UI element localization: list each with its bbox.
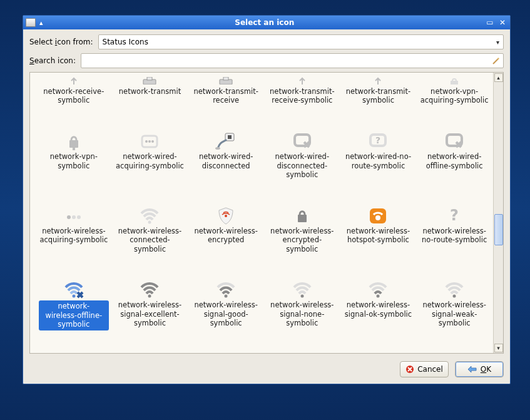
icon-cell-network-vpn-symbolic[interactable]: network-vpn-symbolic [36, 131, 111, 200]
vertical-scrollbar[interactable]: ▴ ▾ [493, 73, 503, 353]
icon-cell-network-transmit-receive[interactable]: network-transmit-receive [188, 75, 263, 125]
window-close-icon[interactable]: ✕ [497, 18, 507, 27]
icon-cell-network-wireless-encrypted[interactable]: network-wireless-encrypted [188, 206, 263, 274]
network-wired-acquiring-symbolic-icon [138, 133, 161, 150]
icon-category-combo[interactable]: Status Icons ▾ [98, 34, 504, 49]
dialog-content: Select icon from: Status Icons ▾ Search … [23, 29, 510, 384]
icon-cell-network-transmit[interactable]: network-transmit [113, 75, 188, 125]
window-rollup-icon[interactable]: ▴ [38, 19, 44, 27]
svg-point-28 [148, 295, 151, 298]
icon-label: network-transmit-receive [191, 87, 261, 105]
network-transmit-symbolic-icon [367, 76, 389, 85]
network-wired-disconnected-icon [215, 133, 237, 150]
svg-point-22 [225, 215, 227, 217]
search-label: Search icon: [29, 56, 76, 65]
icon-label: network-wireless-hotspot-symbolic [343, 227, 413, 245]
window-maximize-icon[interactable]: ▭ [485, 18, 495, 27]
icon-label: network-wireless-offline-symbolic [39, 300, 109, 330]
svg-point-27 [72, 295, 75, 298]
svg-rect-4 [451, 81, 458, 85]
icon-label: network-wireless-encrypted-symbolic [267, 227, 337, 254]
dialog-buttons: Cancel OK [29, 357, 504, 377]
network-wireless-signal-none-symbolic-icon [291, 281, 313, 299]
network-receive-symbolic-icon [63, 76, 85, 85]
svg-point-13 [215, 147, 220, 150]
svg-point-20 [77, 215, 81, 219]
ok-button[interactable]: OK [455, 361, 504, 377]
svg-point-8 [145, 140, 148, 143]
icon-cell-network-receive-symbolic[interactable]: network-receive-symbolic [36, 75, 111, 125]
svg-text:?: ? [450, 208, 459, 224]
clear-search-icon[interactable] [492, 56, 501, 65]
icon-cell-network-wireless-acquiring-symbolic[interactable]: network-wireless-acquiring-symbolic [36, 206, 111, 274]
icon-cell-network-wireless-signal-good-symbolic[interactable]: network-wireless-signal-good-symbolic [188, 280, 263, 351]
scroll-thumb[interactable] [494, 214, 503, 245]
icon-picker-dialog: ▴ Select an icon ▭ ✕ Select icon from: S… [23, 15, 511, 384]
scroll-down-icon[interactable]: ▾ [494, 344, 503, 352]
window-title: Select an icon [47, 18, 482, 27]
titlebar[interactable]: ▴ Select an icon ▭ ✕ [23, 16, 510, 29]
icon-label: network-transmit [119, 87, 181, 96]
icon-cell-network-transmit-symbolic[interactable]: network-transmit-symbolic [341, 75, 416, 125]
icon-label: network-wireless-signal-weak-symbolic [419, 300, 489, 327]
icon-label: network-transmit-receive-symbolic [267, 87, 337, 105]
cancel-button[interactable]: Cancel [400, 361, 449, 377]
icon-label: network-wireless-acquiring-symbolic [39, 227, 109, 245]
search-row: Search icon: [29, 53, 504, 68]
icon-cell-network-wireless-offline-symbolic[interactable]: network-wireless-offline-symbolic [36, 280, 111, 351]
svg-rect-5 [69, 140, 78, 148]
icon-cell-network-wired-offline-symbolic[interactable]: network-wired-offline-symbolic [417, 131, 492, 200]
svg-point-9 [148, 140, 151, 143]
icon-cell-network-wireless-encrypted-symbolic[interactable]: network-wireless-encrypted-symbolic [265, 206, 340, 274]
icon-cell-network-wireless-hotspot-symbolic[interactable]: network-wireless-hotspot-symbolic [341, 206, 416, 274]
icon-label: network-wired-offline-symbolic [419, 152, 489, 170]
network-wireless-signal-ok-symbolic-icon [367, 281, 389, 299]
icon-cell-network-transmit-receive-symbolic[interactable]: network-transmit-receive-symbolic [265, 75, 340, 125]
icon-label: network-receive-symbolic [39, 87, 109, 105]
icon-grid-frame: network-receive-symbolicnetwork-transmit… [29, 72, 504, 354]
network-wireless-encrypted-icon [215, 207, 237, 225]
icon-cell-network-wired-no-route-symbolic[interactable]: ?network-wired-no-route-symbolic [341, 131, 416, 200]
icon-cell-network-wired-disconnected-symbolic[interactable]: network-wired-disconnected-symbolic [265, 131, 340, 200]
icon-label: network-wired-acquiring-symbolic [115, 152, 185, 170]
network-wireless-signal-good-symbolic-icon [215, 281, 237, 299]
network-wired-disconnected-symbolic-icon [291, 133, 313, 150]
cancel-label: Cancel [417, 365, 443, 374]
icon-cell-network-wireless-signal-none-symbolic[interactable]: network-wireless-signal-none-symbolic [265, 280, 340, 351]
scroll-up-icon[interactable]: ▴ [494, 73, 503, 82]
icon-label: network-wireless-no-route-symbolic [419, 227, 489, 245]
icon-cell-network-wired-acquiring-symbolic[interactable]: network-wired-acquiring-symbolic [113, 131, 188, 200]
icon-cell-network-wireless-signal-excellent-symbolic[interactable]: network-wireless-signal-excellent-symbol… [113, 280, 188, 351]
icon-cell-network-wireless-no-route-symbolic[interactable]: ?network-wireless-no-route-symbolic [417, 206, 492, 274]
svg-point-10 [151, 140, 154, 143]
ok-label: OK [481, 365, 491, 374]
network-wireless-acquiring-symbolic-icon [63, 207, 85, 225]
network-wireless-signal-weak-symbolic-icon [443, 281, 466, 299]
svg-point-31 [377, 295, 380, 298]
icon-cell-network-wireless-signal-weak-symbolic[interactable]: network-wireless-signal-weak-symbolic [417, 280, 492, 351]
network-wireless-signal-excellent-symbolic-icon [138, 281, 161, 299]
network-wireless-hotspot-symbolic-icon [367, 207, 389, 225]
icon-cell-network-wireless-connected-symbolic[interactable]: network-wireless-connected-symbolic [113, 206, 188, 274]
svg-text:?: ? [375, 135, 380, 145]
icon-cell-network-wired-disconnected[interactable]: network-wired-disconnected [188, 131, 263, 200]
chevron-down-icon: ▾ [496, 39, 499, 46]
network-transmit-icon [138, 76, 161, 85]
svg-rect-3 [223, 77, 228, 80]
icon-label: network-wired-disconnected-symbolic [267, 152, 337, 179]
network-wireless-connected-symbolic-icon [138, 207, 161, 225]
cancel-icon [405, 365, 414, 374]
network-wireless-no-route-symbolic-icon: ? [443, 207, 466, 225]
network-transmit-receive-symbolic-icon [291, 76, 313, 85]
icon-cell-network-vpn-acquiring-symbolic[interactable]: network-vpn-acquiring-symbolic [417, 75, 492, 125]
icon-cell-network-wireless-signal-ok-symbolic[interactable]: network-wireless-signal-ok-symbolic [341, 280, 416, 351]
icon-grid: network-receive-symbolicnetwork-transmit… [30, 73, 493, 353]
network-wireless-encrypted-symbolic-icon [291, 207, 313, 225]
scroll-track[interactable] [494, 83, 503, 343]
icon-label: network-wireless-signal-good-symbolic [191, 300, 261, 327]
svg-rect-12 [228, 135, 232, 139]
search-input[interactable] [81, 53, 504, 68]
network-transmit-receive-icon [215, 76, 237, 85]
icon-label: network-transmit-symbolic [343, 87, 413, 105]
svg-point-29 [225, 295, 228, 298]
